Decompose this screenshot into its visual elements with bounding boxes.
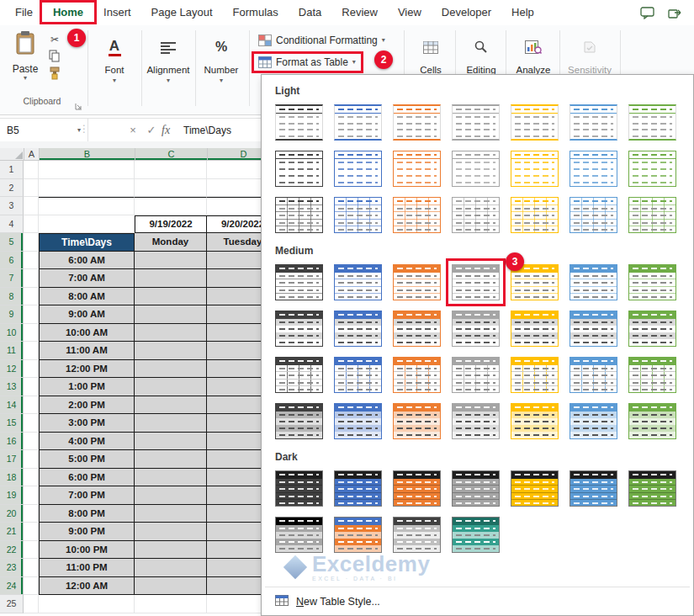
table-style-thumbnail[interactable] bbox=[570, 403, 617, 439]
row-header-13[interactable]: 13 bbox=[0, 378, 24, 396]
table-style-thumbnail[interactable] bbox=[334, 104, 382, 141]
row-header-7[interactable]: 7 bbox=[0, 269, 24, 288]
table-style-thumbnail[interactable] bbox=[511, 357, 559, 393]
table-style-thumbnail[interactable] bbox=[511, 104, 559, 141]
table-style-thumbnail[interactable] bbox=[452, 151, 500, 187]
table-style-thumbnail[interactable] bbox=[570, 311, 617, 347]
table-style-thumbnail[interactable] bbox=[334, 357, 382, 393]
cell-C13[interactable] bbox=[135, 378, 207, 396]
cell-A17[interactable] bbox=[24, 450, 39, 469]
table-style-thumbnail[interactable] bbox=[570, 264, 617, 300]
tab-home[interactable]: Home bbox=[43, 0, 93, 25]
cell-A7[interactable] bbox=[24, 269, 39, 288]
cell-C17[interactable] bbox=[135, 450, 207, 469]
table-style-thumbnail[interactable] bbox=[511, 197, 559, 233]
table-style-thumbnail[interactable] bbox=[393, 517, 441, 553]
row-header-11[interactable]: 11 bbox=[0, 342, 24, 360]
tab-page-layout[interactable]: Page Layout bbox=[141, 0, 223, 25]
tab-view[interactable]: View bbox=[388, 0, 432, 25]
copy-button[interactable] bbox=[47, 49, 62, 63]
table-style-thumbnail[interactable] bbox=[275, 403, 323, 439]
insert-function-icon[interactable]: fx bbox=[162, 119, 170, 141]
row-header-16[interactable]: 16 bbox=[0, 433, 24, 451]
table-style-thumbnail[interactable] bbox=[275, 517, 323, 553]
row-header-8[interactable]: 8 bbox=[0, 288, 24, 306]
row-header-18[interactable]: 18 bbox=[0, 469, 24, 487]
table-style-thumbnail[interactable] bbox=[452, 517, 500, 553]
cell-B8[interactable]: 8:00 AM bbox=[39, 288, 135, 306]
table-style-thumbnail[interactable] bbox=[452, 357, 500, 393]
row-header-10[interactable]: 10 bbox=[0, 324, 24, 343]
table-style-thumbnail[interactable] bbox=[628, 104, 676, 141]
comments-icon[interactable] bbox=[640, 7, 654, 19]
cell-B6[interactable]: 6:00 AM bbox=[39, 252, 135, 270]
cut-button[interactable]: ✂ bbox=[47, 32, 62, 46]
cell-A4[interactable] bbox=[24, 215, 39, 234]
row-header-3[interactable]: 3 bbox=[0, 197, 24, 215]
row-header-12[interactable]: 12 bbox=[0, 360, 24, 379]
cell-C5[interactable]: Monday bbox=[135, 233, 207, 252]
table-style-thumbnail[interactable] bbox=[393, 264, 441, 300]
table-style-thumbnail[interactable] bbox=[334, 264, 382, 300]
row-header-9[interactable]: 9 bbox=[0, 305, 24, 324]
row-header-19[interactable]: 19 bbox=[0, 486, 24, 505]
cell-A14[interactable] bbox=[24, 396, 39, 415]
table-style-thumbnail[interactable] bbox=[334, 311, 382, 347]
table-style-thumbnail[interactable] bbox=[393, 403, 441, 439]
cell-B7[interactable]: 7:00 AM bbox=[39, 269, 135, 288]
table-style-thumbnail[interactable] bbox=[275, 197, 323, 233]
table-style-thumbnail[interactable] bbox=[275, 104, 323, 141]
cell-B10[interactable]: 10:00 AM bbox=[39, 324, 135, 343]
cell-C9[interactable] bbox=[135, 305, 207, 324]
table-style-thumbnail[interactable] bbox=[570, 104, 617, 141]
row-header-15[interactable]: 15 bbox=[0, 414, 24, 433]
cell-A25[interactable] bbox=[24, 595, 39, 613]
cell-A5[interactable] bbox=[24, 233, 39, 252]
cell-C6[interactable] bbox=[135, 252, 207, 270]
cell-C1[interactable] bbox=[135, 161, 207, 179]
cell-B3[interactable] bbox=[39, 197, 135, 215]
conditional-formatting-button[interactable]: Conditional Formatting ▾ bbox=[254, 32, 389, 49]
number-group-button[interactable]: % Number ▾ bbox=[197, 30, 246, 111]
cell-A2[interactable] bbox=[24, 179, 39, 198]
table-style-thumbnail[interactable] bbox=[452, 403, 500, 439]
cell-A12[interactable] bbox=[24, 360, 39, 379]
format-painter-button[interactable] bbox=[47, 66, 62, 80]
tab-file[interactable]: File bbox=[5, 0, 43, 25]
cell-C23[interactable] bbox=[135, 559, 207, 577]
cell-A8[interactable] bbox=[24, 288, 39, 306]
cell-C25[interactable] bbox=[135, 595, 207, 613]
table-style-thumbnail[interactable] bbox=[393, 151, 441, 187]
table-style-thumbnail[interactable] bbox=[628, 197, 676, 233]
row-header-23[interactable]: 23 bbox=[0, 559, 24, 577]
cell-B12[interactable]: 12:00 PM bbox=[39, 360, 135, 379]
table-style-thumbnail[interactable] bbox=[570, 470, 617, 507]
cell-C21[interactable] bbox=[135, 523, 207, 541]
table-style-thumbnail[interactable] bbox=[628, 470, 676, 507]
tab-review[interactable]: Review bbox=[331, 0, 388, 25]
font-group-button[interactable]: A Font ▾ bbox=[89, 30, 140, 111]
table-style-thumbnail[interactable] bbox=[570, 357, 617, 393]
cell-B2[interactable] bbox=[39, 179, 135, 198]
cell-A21[interactable] bbox=[24, 523, 39, 541]
table-style-thumbnail[interactable] bbox=[570, 151, 617, 187]
table-style-thumbnail[interactable] bbox=[275, 151, 323, 187]
cell-B1[interactable] bbox=[39, 161, 135, 179]
cell-B25[interactable] bbox=[39, 595, 135, 613]
cell-C19[interactable] bbox=[135, 486, 207, 505]
table-style-thumbnail[interactable] bbox=[393, 311, 441, 347]
table-style-thumbnail[interactable] bbox=[334, 151, 382, 187]
cell-C3[interactable] bbox=[135, 197, 207, 215]
table-style-thumbnail[interactable] bbox=[452, 104, 500, 141]
table-style-thumbnail[interactable] bbox=[511, 311, 559, 347]
table-style-thumbnail[interactable] bbox=[452, 197, 500, 233]
formula-value[interactable]: Time\Days bbox=[183, 119, 231, 141]
row-header-2[interactable]: 2 bbox=[0, 179, 24, 198]
table-style-thumbnail[interactable] bbox=[334, 517, 382, 553]
cell-B14[interactable]: 2:00 PM bbox=[39, 396, 135, 415]
table-style-thumbnail[interactable] bbox=[452, 311, 500, 347]
table-style-thumbnail[interactable] bbox=[628, 403, 676, 439]
share-icon[interactable] bbox=[668, 7, 682, 19]
cell-C11[interactable] bbox=[135, 342, 207, 360]
table-style-thumbnail[interactable] bbox=[334, 403, 382, 439]
